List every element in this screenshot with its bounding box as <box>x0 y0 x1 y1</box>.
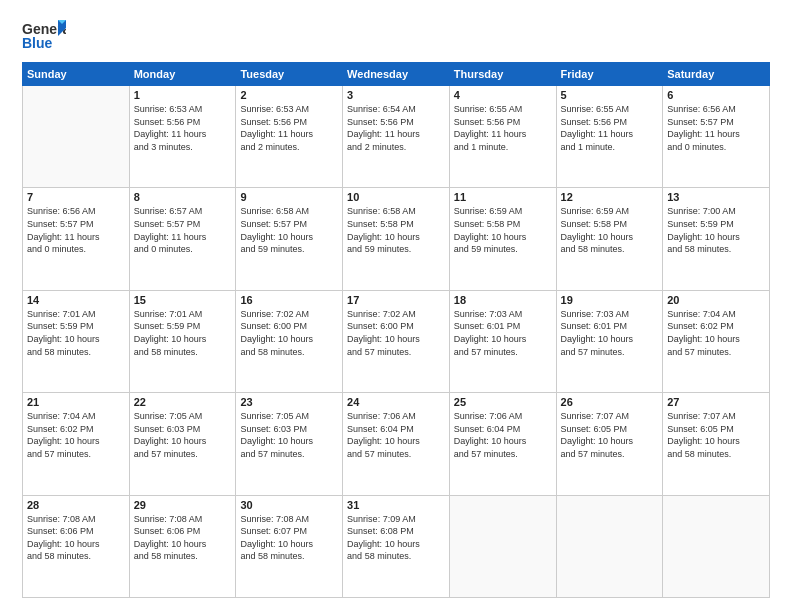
calendar-cell: 2Sunrise: 6:53 AM Sunset: 5:56 PM Daylig… <box>236 86 343 188</box>
calendar-week: 1Sunrise: 6:53 AM Sunset: 5:56 PM Daylig… <box>23 86 770 188</box>
day-info: Sunrise: 6:54 AM Sunset: 5:56 PM Dayligh… <box>347 103 445 153</box>
weekday-header: Wednesday <box>343 63 450 86</box>
day-info: Sunrise: 6:59 AM Sunset: 5:58 PM Dayligh… <box>454 205 552 255</box>
day-info: Sunrise: 6:53 AM Sunset: 5:56 PM Dayligh… <box>134 103 232 153</box>
calendar-cell: 19Sunrise: 7:03 AM Sunset: 6:01 PM Dayli… <box>556 290 663 392</box>
calendar-week: 14Sunrise: 7:01 AM Sunset: 5:59 PM Dayli… <box>23 290 770 392</box>
calendar-cell: 12Sunrise: 6:59 AM Sunset: 5:58 PM Dayli… <box>556 188 663 290</box>
day-number: 17 <box>347 294 445 306</box>
calendar-cell: 17Sunrise: 7:02 AM Sunset: 6:00 PM Dayli… <box>343 290 450 392</box>
calendar-week: 21Sunrise: 7:04 AM Sunset: 6:02 PM Dayli… <box>23 393 770 495</box>
day-number: 29 <box>134 499 232 511</box>
day-number: 6 <box>667 89 765 101</box>
day-info: Sunrise: 7:01 AM Sunset: 5:59 PM Dayligh… <box>27 308 125 358</box>
day-number: 3 <box>347 89 445 101</box>
day-number: 21 <box>27 396 125 408</box>
day-number: 9 <box>240 191 338 203</box>
calendar-cell: 22Sunrise: 7:05 AM Sunset: 6:03 PM Dayli… <box>129 393 236 495</box>
day-number: 22 <box>134 396 232 408</box>
day-number: 23 <box>240 396 338 408</box>
calendar-cell: 1Sunrise: 6:53 AM Sunset: 5:56 PM Daylig… <box>129 86 236 188</box>
page: General Blue SundayMondayTuesdayWednesda… <box>0 0 792 612</box>
calendar-cell: 24Sunrise: 7:06 AM Sunset: 6:04 PM Dayli… <box>343 393 450 495</box>
weekday-header: Friday <box>556 63 663 86</box>
day-info: Sunrise: 7:03 AM Sunset: 6:01 PM Dayligh… <box>561 308 659 358</box>
calendar-cell: 29Sunrise: 7:08 AM Sunset: 6:06 PM Dayli… <box>129 495 236 597</box>
calendar-cell: 9Sunrise: 6:58 AM Sunset: 5:57 PM Daylig… <box>236 188 343 290</box>
day-info: Sunrise: 6:59 AM Sunset: 5:58 PM Dayligh… <box>561 205 659 255</box>
calendar-cell <box>23 86 130 188</box>
calendar-cell: 15Sunrise: 7:01 AM Sunset: 5:59 PM Dayli… <box>129 290 236 392</box>
day-info: Sunrise: 7:08 AM Sunset: 6:06 PM Dayligh… <box>134 513 232 563</box>
calendar-week: 7Sunrise: 6:56 AM Sunset: 5:57 PM Daylig… <box>23 188 770 290</box>
day-info: Sunrise: 7:08 AM Sunset: 6:06 PM Dayligh… <box>27 513 125 563</box>
day-number: 8 <box>134 191 232 203</box>
day-info: Sunrise: 6:58 AM Sunset: 5:57 PM Dayligh… <box>240 205 338 255</box>
day-number: 28 <box>27 499 125 511</box>
day-info: Sunrise: 6:55 AM Sunset: 5:56 PM Dayligh… <box>561 103 659 153</box>
day-info: Sunrise: 7:03 AM Sunset: 6:01 PM Dayligh… <box>454 308 552 358</box>
day-info: Sunrise: 7:00 AM Sunset: 5:59 PM Dayligh… <box>667 205 765 255</box>
day-number: 7 <box>27 191 125 203</box>
day-info: Sunrise: 7:04 AM Sunset: 6:02 PM Dayligh… <box>667 308 765 358</box>
day-number: 24 <box>347 396 445 408</box>
day-info: Sunrise: 6:56 AM Sunset: 5:57 PM Dayligh… <box>27 205 125 255</box>
day-info: Sunrise: 7:06 AM Sunset: 6:04 PM Dayligh… <box>347 410 445 460</box>
logo-icon: General Blue <box>22 18 66 54</box>
calendar-cell: 27Sunrise: 7:07 AM Sunset: 6:05 PM Dayli… <box>663 393 770 495</box>
day-number: 19 <box>561 294 659 306</box>
day-info: Sunrise: 7:07 AM Sunset: 6:05 PM Dayligh… <box>667 410 765 460</box>
calendar-cell: 4Sunrise: 6:55 AM Sunset: 5:56 PM Daylig… <box>449 86 556 188</box>
weekday-header: Saturday <box>663 63 770 86</box>
day-info: Sunrise: 6:56 AM Sunset: 5:57 PM Dayligh… <box>667 103 765 153</box>
calendar-cell: 16Sunrise: 7:02 AM Sunset: 6:00 PM Dayli… <box>236 290 343 392</box>
calendar-cell: 26Sunrise: 7:07 AM Sunset: 6:05 PM Dayli… <box>556 393 663 495</box>
svg-text:Blue: Blue <box>22 35 53 51</box>
day-info: Sunrise: 6:57 AM Sunset: 5:57 PM Dayligh… <box>134 205 232 255</box>
day-number: 4 <box>454 89 552 101</box>
calendar-body: 1Sunrise: 6:53 AM Sunset: 5:56 PM Daylig… <box>23 86 770 598</box>
calendar-cell: 31Sunrise: 7:09 AM Sunset: 6:08 PM Dayli… <box>343 495 450 597</box>
day-number: 13 <box>667 191 765 203</box>
day-number: 18 <box>454 294 552 306</box>
calendar-cell <box>663 495 770 597</box>
day-number: 10 <box>347 191 445 203</box>
day-info: Sunrise: 7:01 AM Sunset: 5:59 PM Dayligh… <box>134 308 232 358</box>
day-number: 31 <box>347 499 445 511</box>
day-number: 25 <box>454 396 552 408</box>
calendar-cell: 5Sunrise: 6:55 AM Sunset: 5:56 PM Daylig… <box>556 86 663 188</box>
day-info: Sunrise: 7:05 AM Sunset: 6:03 PM Dayligh… <box>134 410 232 460</box>
day-number: 2 <box>240 89 338 101</box>
day-number: 26 <box>561 396 659 408</box>
calendar-cell: 14Sunrise: 7:01 AM Sunset: 5:59 PM Dayli… <box>23 290 130 392</box>
calendar-cell: 13Sunrise: 7:00 AM Sunset: 5:59 PM Dayli… <box>663 188 770 290</box>
day-number: 1 <box>134 89 232 101</box>
calendar-cell: 7Sunrise: 6:56 AM Sunset: 5:57 PM Daylig… <box>23 188 130 290</box>
day-number: 5 <box>561 89 659 101</box>
weekday-header: Sunday <box>23 63 130 86</box>
calendar-cell: 23Sunrise: 7:05 AM Sunset: 6:03 PM Dayli… <box>236 393 343 495</box>
day-info: Sunrise: 7:02 AM Sunset: 6:00 PM Dayligh… <box>240 308 338 358</box>
day-number: 27 <box>667 396 765 408</box>
weekday-header: Thursday <box>449 63 556 86</box>
calendar-cell: 25Sunrise: 7:06 AM Sunset: 6:04 PM Dayli… <box>449 393 556 495</box>
calendar-cell: 11Sunrise: 6:59 AM Sunset: 5:58 PM Dayli… <box>449 188 556 290</box>
logo: General Blue <box>22 18 66 54</box>
day-info: Sunrise: 7:05 AM Sunset: 6:03 PM Dayligh… <box>240 410 338 460</box>
calendar-cell: 18Sunrise: 7:03 AM Sunset: 6:01 PM Dayli… <box>449 290 556 392</box>
header: General Blue <box>22 18 770 54</box>
day-info: Sunrise: 6:53 AM Sunset: 5:56 PM Dayligh… <box>240 103 338 153</box>
calendar-cell: 28Sunrise: 7:08 AM Sunset: 6:06 PM Dayli… <box>23 495 130 597</box>
calendar-header: SundayMondayTuesdayWednesdayThursdayFrid… <box>23 63 770 86</box>
calendar-cell <box>449 495 556 597</box>
weekday-header: Monday <box>129 63 236 86</box>
day-number: 16 <box>240 294 338 306</box>
calendar-cell: 3Sunrise: 6:54 AM Sunset: 5:56 PM Daylig… <box>343 86 450 188</box>
day-number: 20 <box>667 294 765 306</box>
calendar-cell: 20Sunrise: 7:04 AM Sunset: 6:02 PM Dayli… <box>663 290 770 392</box>
day-info: Sunrise: 6:55 AM Sunset: 5:56 PM Dayligh… <box>454 103 552 153</box>
calendar-cell: 8Sunrise: 6:57 AM Sunset: 5:57 PM Daylig… <box>129 188 236 290</box>
day-number: 14 <box>27 294 125 306</box>
calendar-cell: 6Sunrise: 6:56 AM Sunset: 5:57 PM Daylig… <box>663 86 770 188</box>
day-number: 11 <box>454 191 552 203</box>
